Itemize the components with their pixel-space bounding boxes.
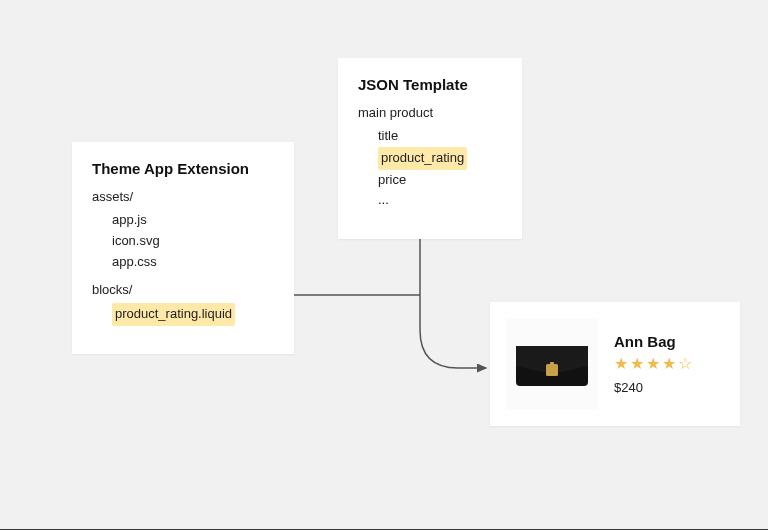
- blocks-folder-label: blocks/: [92, 282, 274, 297]
- star-icon: ★: [662, 356, 676, 372]
- rating-stars: ★ ★ ★ ★ ☆: [614, 356, 692, 372]
- product-preview-card: Ann Bag ★ ★ ★ ★ ☆ $240: [490, 302, 740, 426]
- extension-card-title: Theme App Extension: [92, 160, 274, 177]
- product-image: [506, 318, 598, 410]
- assets-folder-label: assets/: [92, 189, 274, 204]
- theme-app-extension-card: Theme App Extension assets/ app.js icon.…: [72, 142, 294, 354]
- star-icon: ★: [630, 356, 644, 372]
- json-field-highlighted: product_rating: [378, 147, 502, 170]
- json-field: title: [378, 126, 502, 147]
- star-outline-icon: ☆: [678, 356, 692, 372]
- product-info: Ann Bag ★ ★ ★ ★ ☆ $240: [614, 333, 692, 395]
- star-icon: ★: [646, 356, 660, 372]
- asset-file: icon.svg: [112, 231, 274, 252]
- star-icon: ★: [614, 356, 628, 372]
- asset-file: app.js: [112, 210, 274, 231]
- json-template-card: JSON Template main product title product…: [338, 58, 522, 239]
- blocks-file-list: product_rating.liquid: [92, 303, 274, 326]
- product-price: $240: [614, 380, 692, 395]
- asset-file: app.css: [112, 252, 274, 273]
- product-name: Ann Bag: [614, 333, 692, 350]
- json-field: price: [378, 170, 502, 191]
- json-field: ...: [378, 190, 502, 211]
- assets-file-list: app.js icon.svg app.css: [92, 210, 274, 272]
- block-file-highlighted: product_rating.liquid: [112, 303, 274, 326]
- svg-rect-2: [550, 362, 554, 368]
- json-root-label: main product: [358, 105, 502, 120]
- json-field-list: title product_rating price ...: [358, 126, 502, 211]
- json-card-title: JSON Template: [358, 76, 502, 93]
- handbag-icon: [510, 336, 594, 392]
